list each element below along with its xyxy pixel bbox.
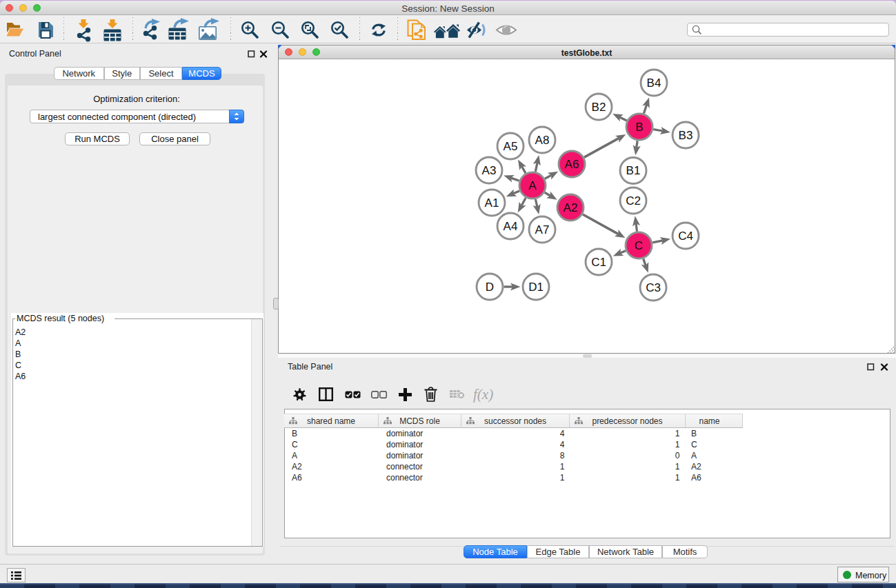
svg-text:D1: D1 (528, 281, 544, 294)
svg-text:B2: B2 (592, 101, 606, 114)
svg-text:A1: A1 (485, 196, 499, 210)
svg-text:B4: B4 (647, 77, 661, 90)
svg-text:A4: A4 (504, 220, 518, 233)
svg-text:D: D (486, 281, 494, 294)
svg-text:A: A (528, 179, 537, 192)
svg-text:A6: A6 (565, 158, 579, 171)
svg-text:C: C (635, 239, 643, 252)
svg-text:A5: A5 (504, 140, 518, 153)
svg-text:C1: C1 (591, 256, 606, 269)
svg-text:C2: C2 (626, 194, 641, 207)
svg-text:B: B (635, 121, 643, 134)
svg-text:B3: B3 (679, 129, 693, 142)
svg-text:A7: A7 (535, 223, 550, 236)
svg-text:A3: A3 (482, 164, 497, 177)
svg-text:C4: C4 (678, 230, 693, 243)
svg-text:A2: A2 (564, 201, 578, 214)
svg-text:B1: B1 (626, 164, 641, 177)
svg-text:C3: C3 (646, 281, 661, 294)
svg-text:A8: A8 (535, 134, 550, 147)
